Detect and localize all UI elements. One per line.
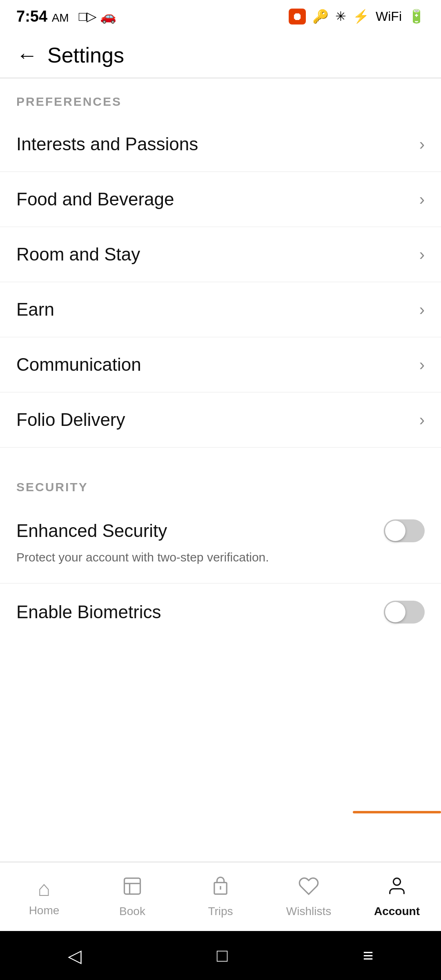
- biometrics-label: Enable Biometrics: [16, 602, 161, 622]
- home-icon: ⌂: [38, 876, 50, 901]
- android-back-button[interactable]: ◁: [68, 945, 82, 966]
- nav-item-home[interactable]: ⌂ Home: [0, 871, 88, 922]
- account-icon: [386, 875, 408, 902]
- chevron-right-icon: ›: [419, 135, 425, 154]
- biometrics-row: Enable Biometrics: [16, 601, 425, 624]
- menu-item-folio-label: Folio Delivery: [16, 410, 125, 430]
- record-icon: ⏺: [289, 9, 306, 24]
- nav-label-book: Book: [119, 905, 145, 918]
- enhanced-security-item: Enhanced Security Protect your account w…: [0, 502, 441, 584]
- menu-item-food-label: Food and Beverage: [16, 189, 174, 209]
- security-section-header: SECURITY: [0, 464, 441, 502]
- biometrics-toggle[interactable]: [384, 601, 425, 624]
- nav-label-home: Home: [29, 904, 60, 917]
- wifi-icon: WiFi: [376, 9, 402, 24]
- bottom-navigation: ⌂ Home Book Trips Wishlists: [0, 862, 441, 931]
- android-home-button[interactable]: □: [217, 945, 228, 966]
- enhanced-security-toggle[interactable]: [384, 519, 425, 542]
- menu-item-earn[interactable]: Earn ›: [0, 282, 441, 337]
- wishlists-icon: [298, 875, 319, 902]
- video-icon: □▷: [79, 9, 97, 24]
- content-area: PREFERENCES Interests and Passions › Foo…: [0, 78, 441, 632]
- page-title: Settings: [47, 43, 124, 67]
- nav-item-trips[interactable]: Trips: [176, 871, 265, 923]
- menu-item-interests[interactable]: Interests and Passions ›: [0, 117, 441, 172]
- chevron-right-icon: ›: [419, 411, 425, 429]
- menu-item-folio[interactable]: Folio Delivery ›: [0, 392, 441, 448]
- chevron-right-icon: ›: [419, 356, 425, 374]
- car-icon: 🚗: [100, 9, 116, 24]
- security-section: SECURITY Enhanced Security Protect your …: [0, 464, 441, 632]
- status-time: 7:54 AM: [16, 8, 69, 25]
- android-nav-bar: ◁ □ ≡: [0, 931, 441, 980]
- chevron-right-icon: ›: [419, 245, 425, 264]
- android-menu-button[interactable]: ≡: [363, 945, 374, 966]
- menu-item-earn-label: Earn: [16, 299, 54, 320]
- svg-rect-0: [125, 878, 140, 894]
- header: ← Settings: [0, 33, 441, 78]
- menu-item-food[interactable]: Food and Beverage ›: [0, 172, 441, 227]
- book-icon: [122, 875, 143, 902]
- menu-item-room-label: Room and Stay: [16, 244, 140, 265]
- enhanced-security-label: Enhanced Security: [16, 521, 167, 541]
- chevron-right-icon: ›: [419, 301, 425, 319]
- biometrics-item: Enable Biometrics: [0, 584, 441, 632]
- menu-item-interests-label: Interests and Passions: [16, 134, 198, 154]
- enhanced-security-description: Protect your account with two-step verif…: [16, 549, 302, 566]
- nav-label-account: Account: [374, 905, 420, 918]
- nav-item-account[interactable]: Account: [353, 871, 441, 923]
- nav-item-book[interactable]: Book: [88, 871, 176, 923]
- key-icon: 🔑: [312, 9, 329, 24]
- signal-icon: ⚡: [353, 9, 369, 24]
- back-button[interactable]: ←: [16, 43, 38, 67]
- svg-point-5: [393, 878, 400, 885]
- nav-label-wishlists: Wishlists: [286, 905, 331, 918]
- nav-label-trips: Trips: [208, 905, 233, 918]
- enhanced-security-row: Enhanced Security: [16, 519, 425, 542]
- status-icons: ⏺ 🔑 ✳ ⚡ WiFi 🔋: [289, 9, 425, 24]
- battery-icon: 🔋: [408, 9, 425, 24]
- nav-item-wishlists[interactable]: Wishlists: [265, 871, 353, 923]
- status-bar: 7:54 AM □▷ 🚗 ⏺ 🔑 ✳ ⚡ WiFi 🔋: [0, 0, 441, 33]
- trips-icon: [210, 875, 231, 902]
- menu-item-room[interactable]: Room and Stay ›: [0, 227, 441, 282]
- menu-item-communication[interactable]: Communication ›: [0, 337, 441, 392]
- bluetooth-icon: ✳: [335, 9, 346, 24]
- chevron-right-icon: ›: [419, 190, 425, 209]
- preferences-section-header: PREFERENCES: [0, 78, 441, 117]
- menu-item-communication-label: Communication: [16, 354, 141, 375]
